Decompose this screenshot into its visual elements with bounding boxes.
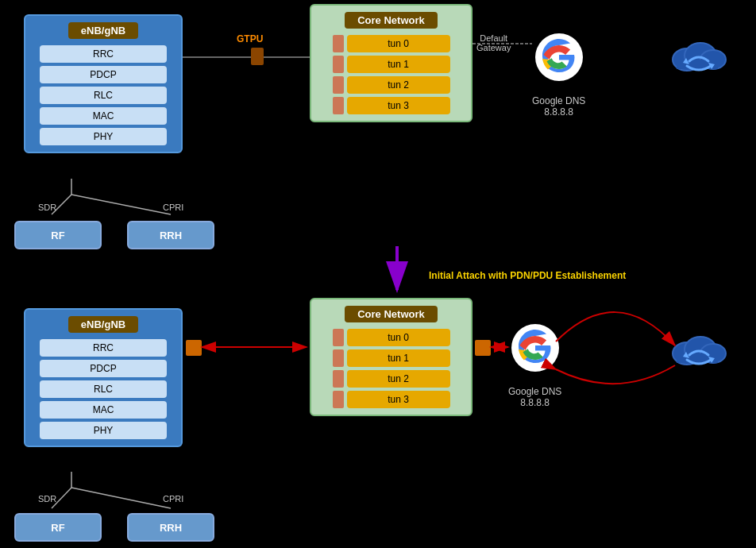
bottom-tun3-port — [333, 391, 344, 408]
bottom-core-box: Core Network tun 0 tun 1 tun 2 tun 3 — [310, 298, 472, 416]
top-core-box: Core Network tun 0 tun 1 tun 2 tun 3 — [310, 4, 472, 122]
top-google-dns: Google DNS 8.8.8.8 — [532, 33, 585, 118]
bottom-tun0-row: tun 0 — [333, 329, 450, 346]
top-tun0: tun 0 — [347, 35, 450, 52]
top-rf-box: RF — [14, 221, 102, 249]
bottom-google-dns: Google DNS 8.8.8.8 — [508, 324, 561, 408]
bottom-google-logo — [511, 324, 559, 372]
top-tun3-port — [333, 97, 344, 114]
bottom-tun1-port — [333, 349, 344, 367]
bottom-rrh-box: RRH — [127, 513, 214, 542]
svg-line-24 — [71, 488, 171, 508]
bottom-sdr-label: SDR — [38, 494, 56, 504]
bottom-rf-box: RF — [14, 513, 102, 542]
top-google-logo — [535, 33, 583, 81]
top-core-title: Core Network — [345, 12, 438, 29]
top-tun3: tun 3 — [347, 97, 450, 114]
top-phy: PHY — [40, 128, 167, 145]
bottom-tun2-port — [333, 370, 344, 388]
svg-line-14 — [71, 195, 171, 214]
top-tun1-port — [333, 56, 344, 73]
bottom-gtpu-enb-box — [186, 340, 202, 356]
bottom-tun1: tun 1 — [347, 349, 450, 367]
top-rlc: RLC — [40, 87, 167, 104]
bottom-tun2-row: tun 2 — [333, 370, 450, 388]
arrow-label: Initial Attach with PDN/PDU Establisheme… — [429, 270, 626, 281]
top-rrc: RRC — [40, 45, 167, 63]
bottom-tun0-port — [333, 329, 344, 346]
gtpu-label: GTPU — [237, 33, 263, 44]
bottom-cloud-icon — [667, 322, 731, 377]
bottom-tun0: tun 0 — [347, 329, 450, 346]
top-tun2: tun 2 — [347, 76, 450, 94]
top-cloud-icon — [667, 28, 731, 83]
bottom-pdcp: PDCP — [40, 360, 167, 377]
top-enb-title: eNB/gNB — [68, 22, 138, 39]
top-google-dns-label: Google DNS 8.8.8.8 — [532, 84, 585, 118]
top-enb-box: eNB/gNB RRC PDCP RLC MAC PHY — [24, 14, 183, 153]
bottom-gtpu-core-box — [475, 340, 491, 356]
bottom-mac: MAC — [40, 401, 167, 419]
top-mac: MAC — [40, 107, 167, 125]
diagram-container: eNB/gNB RRC PDCP RLC MAC PHY GTPU Core N… — [0, 0, 756, 548]
bottom-google-dns-label: Google DNS 8.8.8.8 — [508, 375, 561, 408]
default-gateway-label: Default Gateway — [476, 33, 511, 52]
bottom-enb-title: eNB/gNB — [68, 316, 138, 333]
bottom-tun2: tun 2 — [347, 370, 450, 388]
top-sdr-label: SDR — [38, 203, 56, 212]
top-tun1: tun 1 — [347, 56, 450, 73]
top-tun2-port — [333, 76, 344, 94]
top-rrh-box: RRH — [127, 221, 214, 249]
gtpu-box — [251, 48, 264, 65]
top-cpri-label: CPRI — [163, 203, 183, 212]
top-tun0-row: tun 0 — [333, 35, 450, 52]
bottom-tun3-row: tun 3 — [333, 391, 450, 408]
top-tun2-row: tun 2 — [333, 76, 450, 94]
bottom-rlc: RLC — [40, 380, 167, 398]
top-tun1-row: tun 1 — [333, 56, 450, 73]
bottom-core-title: Core Network — [345, 306, 438, 322]
bottom-cpri-label: CPRI — [163, 494, 183, 504]
top-pdcp: PDCP — [40, 66, 167, 83]
top-tun3-row: tun 3 — [333, 97, 450, 114]
bottom-enb-box: eNB/gNB RRC PDCP RLC MAC PHY — [24, 308, 183, 447]
bottom-tun1-row: tun 1 — [333, 349, 450, 367]
bottom-phy: PHY — [40, 422, 167, 439]
bottom-rrc: RRC — [40, 339, 167, 357]
bottom-tun3: tun 3 — [347, 391, 450, 408]
top-tun0-port — [333, 35, 344, 52]
